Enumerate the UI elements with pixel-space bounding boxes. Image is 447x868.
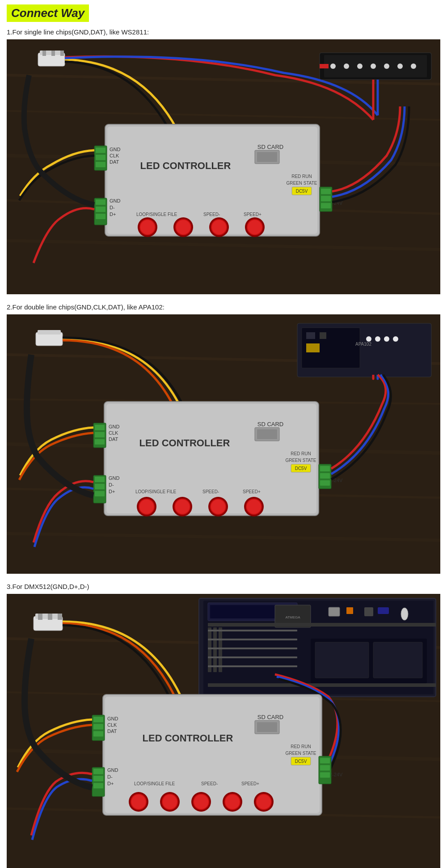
svg-text:LOOP/SINGLE FILE: LOOP/SINGLE FILE — [134, 781, 175, 786]
svg-point-61 — [176, 220, 190, 234]
svg-rect-166 — [58, 614, 62, 620]
svg-point-18 — [397, 64, 403, 69]
svg-point-14 — [344, 64, 349, 69]
svg-point-211 — [225, 795, 240, 809]
svg-rect-50 — [96, 207, 105, 212]
svg-rect-81 — [320, 332, 326, 339]
svg-text:CLK: CLK — [109, 430, 118, 436]
svg-text:LOOP/SINGLE FILE: LOOP/SINGLE FILE — [136, 212, 177, 217]
section-1-block: 1.For single line chips(GND,DAT), like W… — [7, 28, 440, 294]
svg-rect-147 — [346, 607, 353, 614]
page-wrapper: Connect Way 1.For single line chips(GND,… — [0, 0, 447, 868]
svg-text:LOOP/SINGLE FILE: LOOP/SINGLE FILE — [135, 489, 176, 494]
svg-rect-51 — [96, 214, 105, 219]
svg-text:DC5V: DC5V — [295, 466, 307, 471]
svg-rect-93 — [257, 429, 277, 439]
svg-point-64 — [212, 220, 226, 234]
svg-text:APA102: APA102 — [355, 342, 371, 347]
svg-rect-156 — [208, 648, 297, 649]
svg-point-16 — [371, 64, 376, 69]
section-2-photo: Store No.:346588 APA102 — [7, 314, 440, 574]
svg-text:RED RUN: RED RUN — [291, 174, 312, 179]
svg-point-17 — [384, 64, 389, 69]
svg-rect-116 — [95, 491, 105, 496]
svg-rect-157 — [208, 656, 297, 658]
svg-rect-198 — [320, 765, 330, 771]
svg-rect-8 — [42, 51, 46, 56]
svg-rect-119 — [320, 473, 330, 478]
section-1-label: 1.For single line chips(GND,DAT), like W… — [7, 28, 440, 36]
svg-text:GND: GND — [110, 198, 121, 203]
svg-text:LED  CONTROLLER: LED CONTROLLER — [139, 437, 230, 449]
svg-text:D-: D- — [109, 482, 114, 487]
svg-rect-146 — [329, 607, 340, 616]
svg-text:SPEED-: SPEED- — [201, 781, 218, 786]
section-2-block: 2.For double line chips(GND,CLK,DAT), li… — [7, 303, 440, 574]
svg-rect-172 — [257, 722, 277, 732]
svg-point-85 — [375, 336, 380, 342]
svg-rect-20 — [320, 64, 329, 68]
svg-text:D+: D+ — [110, 212, 116, 217]
svg-rect-195 — [93, 783, 103, 788]
svg-point-205 — [163, 795, 177, 809]
svg-rect-24 — [107, 127, 317, 234]
section-3-label: 3.For DMX512(GND,D+,D-) — [7, 583, 440, 590]
svg-rect-28 — [257, 152, 277, 162]
section-3-block: 3.For DMX512(GND,D+,D-) ATMEGA — [7, 583, 440, 868]
svg-rect-189 — [93, 717, 103, 722]
svg-text:SD CARD: SD CARD — [257, 714, 284, 720]
svg-text:D+: D+ — [107, 781, 114, 786]
svg-point-126 — [175, 500, 190, 514]
svg-rect-49 — [96, 199, 105, 205]
svg-point-84 — [366, 336, 371, 342]
svg-rect-111 — [95, 432, 105, 437]
svg-rect-82 — [306, 343, 320, 352]
svg-rect-47 — [96, 162, 105, 167]
svg-text:SPEED+: SPEED+ — [243, 489, 261, 494]
svg-text:LED  CONTROLLER: LED CONTROLLER — [143, 733, 233, 744]
svg-text:DAT: DAT — [107, 728, 117, 734]
svg-text:SPEED-: SPEED- — [203, 212, 220, 217]
svg-rect-10 — [60, 51, 64, 56]
svg-rect-194 — [93, 776, 103, 781]
svg-rect-193 — [93, 769, 103, 774]
svg-rect-158 — [208, 665, 297, 667]
svg-rect-145 — [208, 683, 436, 687]
svg-point-87 — [393, 336, 398, 342]
svg-rect-46 — [96, 155, 105, 160]
svg-text:GND: GND — [107, 767, 118, 773]
svg-rect-76 — [38, 330, 61, 334]
svg-text:DC5V: DC5V — [296, 189, 308, 194]
svg-point-202 — [131, 795, 146, 809]
svg-text:D-: D- — [107, 774, 113, 779]
svg-text:GREEN STATE: GREEN STATE — [286, 181, 317, 186]
svg-text:DAT: DAT — [109, 436, 118, 442]
svg-text:CLK: CLK — [107, 722, 117, 728]
svg-text:GND: GND — [109, 475, 120, 481]
svg-rect-53 — [321, 189, 331, 194]
svg-rect-115 — [95, 484, 105, 489]
svg-text:SD CARD: SD CARD — [257, 144, 284, 150]
svg-text:DAT: DAT — [110, 159, 119, 165]
svg-text:GND: GND — [110, 147, 121, 152]
svg-point-13 — [330, 64, 336, 69]
svg-point-129 — [211, 500, 225, 514]
svg-point-214 — [257, 795, 271, 809]
svg-text:RED RUN: RED RUN — [291, 744, 311, 749]
svg-rect-161 — [373, 642, 422, 678]
svg-rect-54 — [321, 196, 331, 201]
svg-text:GND: GND — [109, 424, 120, 429]
svg-text:SPEED+: SPEED+ — [244, 212, 261, 217]
svg-rect-110 — [95, 425, 105, 430]
svg-rect-45 — [96, 148, 105, 153]
svg-text:ATMEGA: ATMEGA — [285, 615, 300, 619]
svg-rect-9 — [51, 51, 55, 56]
svg-rect-55 — [321, 203, 331, 208]
svg-rect-80 — [306, 332, 315, 339]
svg-text:GREEN STATE: GREEN STATE — [285, 751, 316, 756]
svg-point-132 — [247, 500, 261, 514]
svg-point-208 — [194, 795, 208, 809]
svg-point-86 — [384, 336, 389, 342]
section-1-photo: LED CONTROLLER SD CARD RED RUN GREEN STA… — [7, 39, 440, 294]
svg-point-58 — [140, 220, 155, 234]
